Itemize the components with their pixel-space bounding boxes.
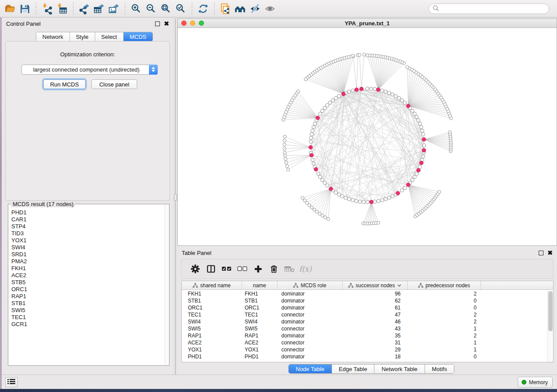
zoom-out-icon[interactable] xyxy=(144,1,159,16)
optimization-criterion-select[interactable]: largest connected component (undirected) xyxy=(21,65,158,75)
column-header-MCDS-role[interactable]: MCDS role xyxy=(277,281,343,290)
zoom-in-icon[interactable] xyxy=(129,1,144,16)
table-row[interactable]: PHD1PHD1dominator180 xyxy=(182,353,547,360)
column-header-shared-name[interactable]: shared name xyxy=(182,281,242,290)
hide-selected-icon[interactable] xyxy=(248,1,263,16)
search-box[interactable] xyxy=(429,3,549,14)
cell-shared-name: SWI4 xyxy=(182,318,242,325)
tab-node-table[interactable]: Node Table xyxy=(289,364,332,373)
tab-select[interactable]: Select xyxy=(95,32,124,41)
float-panel-icon[interactable] xyxy=(155,21,160,26)
mcds-result-item[interactable]: PMA2 xyxy=(11,258,165,265)
cell-shared-name: FKH1 xyxy=(182,290,242,297)
table-row[interactable]: YOX1YOX1connector291 xyxy=(182,346,547,353)
export-table-icon[interactable] xyxy=(92,1,107,16)
export-image-icon[interactable] xyxy=(107,1,121,16)
column-header-name[interactable]: name xyxy=(242,281,277,290)
table-row[interactable]: RAP1RAP1dominator352 xyxy=(182,332,547,339)
cell-name: SWI5 xyxy=(242,325,277,332)
close-table-panel-icon[interactable]: ✖ xyxy=(547,251,553,255)
save-session-icon[interactable] xyxy=(17,1,32,16)
mcds-result-item[interactable]: STP4 xyxy=(11,223,165,230)
import-table-icon[interactable] xyxy=(55,1,69,16)
table-row[interactable]: ORC1ORC1dominator610 xyxy=(182,304,547,311)
table-row[interactable]: ACE2ACE2connector311 xyxy=(182,339,547,346)
function-builder-icon[interactable]: f(x) xyxy=(298,261,313,277)
mcds-result-item[interactable]: PHD1 xyxy=(11,209,165,216)
cell-predecessor-nodes: 0 xyxy=(408,304,481,311)
table-row[interactable]: SWI5SWI5connector431 xyxy=(182,325,547,332)
tab-edge-table[interactable]: Edge Table xyxy=(332,364,375,373)
network-window-titlebar[interactable]: YPA_prune.txt_1 xyxy=(178,19,557,28)
table-settings-icon[interactable] xyxy=(187,261,203,277)
window-close-icon[interactable] xyxy=(181,21,187,26)
mcds-result-item[interactable]: STB5 xyxy=(11,279,165,286)
mcds-result-item[interactable]: TID3 xyxy=(11,230,165,237)
table-row[interactable]: TEC1TEC1connector472 xyxy=(182,311,547,318)
vertical-splitter[interactable] xyxy=(173,18,177,375)
new-network-from-selection-icon[interactable] xyxy=(218,1,233,16)
tab-style[interactable]: Style xyxy=(70,32,95,41)
first-neighbors-icon[interactable] xyxy=(233,1,248,16)
mcds-result-item[interactable]: GCR1 xyxy=(11,321,165,328)
column-layout-icon[interactable] xyxy=(203,261,219,277)
mcds-result-item[interactable]: SWI5 xyxy=(11,307,165,314)
network-graph[interactable] xyxy=(178,28,557,245)
tab-motifs[interactable]: Motifs xyxy=(425,364,454,373)
deselect-all-columns-icon[interactable] xyxy=(235,261,250,277)
tab-mcds[interactable]: MCDS xyxy=(124,32,152,41)
zoom-fit-icon[interactable] xyxy=(159,1,173,16)
node-table[interactable]: shared namename MCDS role successor node… xyxy=(181,281,554,362)
tab-network[interactable]: Network xyxy=(36,32,70,41)
cell-shared-name: ORC1 xyxy=(182,304,242,311)
select-all-columns-icon[interactable] xyxy=(219,261,235,277)
mcds-result-item[interactable]: CAR1 xyxy=(11,216,165,223)
cell-name: RAP1 xyxy=(242,332,277,339)
mcds-result-item[interactable]: SWI4 xyxy=(11,244,165,251)
memory-button[interactable]: Memory xyxy=(518,377,553,388)
run-mcds-button[interactable]: Run MCDS xyxy=(43,79,86,89)
export-network-icon[interactable] xyxy=(77,1,92,16)
table-scrollbar[interactable] xyxy=(547,290,553,362)
mcds-result-item[interactable]: YOX1 xyxy=(11,237,165,244)
open-file-icon[interactable] xyxy=(3,1,17,16)
apply-layout-icon[interactable] xyxy=(196,1,211,16)
mcds-result-item[interactable]: ORC1 xyxy=(11,286,165,293)
zoom-selected-icon[interactable] xyxy=(173,1,188,16)
column-header-successor-nodes[interactable]: successor nodes xyxy=(343,281,408,290)
table-row[interactable]: SWI4SWI4dominator462 xyxy=(182,318,547,325)
mcds-result-item[interactable]: FKH1 xyxy=(11,265,165,272)
close-panel-icon[interactable]: ✖ xyxy=(164,21,169,26)
window-maximize-icon[interactable] xyxy=(199,21,204,26)
cell-MCDS-role: connector xyxy=(277,311,343,318)
cell-MCDS-role: dominator xyxy=(277,290,343,297)
cell-MCDS-role: dominator xyxy=(277,297,343,304)
import-network-icon[interactable] xyxy=(40,1,55,16)
control-panel-header: Control Panel ✖ xyxy=(2,17,173,30)
tab-network-table[interactable]: Network Table xyxy=(374,364,425,373)
table-scrollbar-thumb[interactable] xyxy=(548,291,553,331)
column-header-predecessor-nodes[interactable]: predecessor nodes xyxy=(408,281,481,290)
close-panel-button[interactable]: Close panel xyxy=(91,79,137,89)
delete-table-icon[interactable] xyxy=(282,261,298,277)
float-table-panel-icon[interactable] xyxy=(539,251,543,255)
cell-name: PHD1 xyxy=(242,353,277,360)
mcds-result-item[interactable]: RAP1 xyxy=(11,293,165,300)
mcds-result-list[interactable]: PHD1CAR1STP4TID3YOX1SWI4SRD1PMA2FKH1ACE2… xyxy=(9,206,165,365)
splitter-handle[interactable] xyxy=(174,194,177,201)
window-minimize-icon[interactable] xyxy=(190,21,195,26)
add-column-icon[interactable] xyxy=(250,261,266,277)
mcds-result-item[interactable]: SRD1 xyxy=(11,251,165,258)
mcds-result-box: MCDS result (17 nodes) PHD1CAR1STP4TID3Y… xyxy=(8,204,170,366)
mcds-result-item[interactable]: STB1 xyxy=(11,300,165,307)
network-canvas[interactable] xyxy=(178,28,557,245)
mcds-list-scrollbar[interactable] xyxy=(165,205,169,365)
table-row[interactable]: STB1STB1dominator620 xyxy=(182,297,547,304)
show-all-icon[interactable] xyxy=(263,1,277,16)
mcds-result-item[interactable]: ACE2 xyxy=(11,272,165,279)
delete-column-icon[interactable] xyxy=(266,261,282,277)
status-menu-button[interactable] xyxy=(5,377,17,387)
table-row[interactable]: FKH1FKH1dominator962 xyxy=(182,290,547,297)
mcds-result-item[interactable]: TEC1 xyxy=(11,314,165,321)
search-input[interactable] xyxy=(439,5,549,13)
